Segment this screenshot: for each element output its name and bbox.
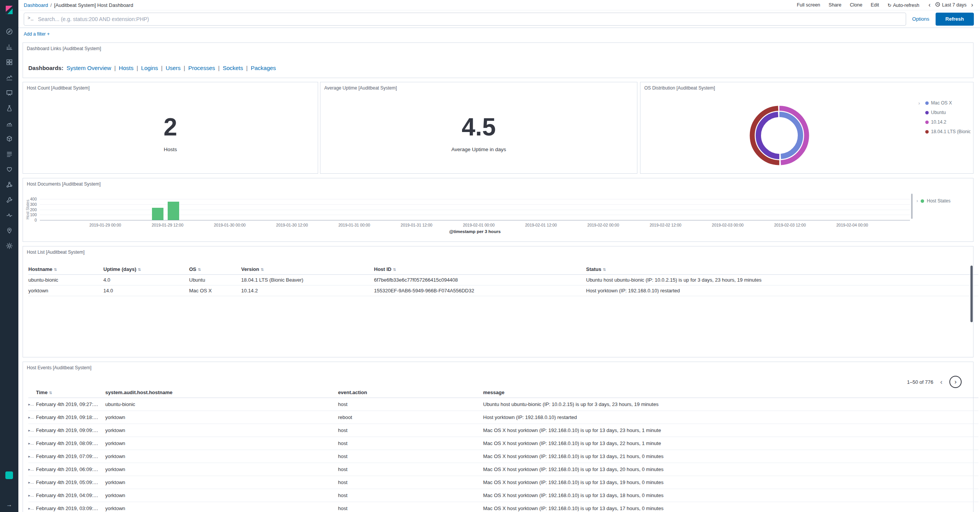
- discover-icon[interactable]: [5, 27, 14, 36]
- share-button[interactable]: Share: [829, 2, 841, 8]
- query-options-link[interactable]: Options: [912, 16, 929, 22]
- link-system-overview[interactable]: System Overview: [67, 65, 111, 71]
- header-hostname[interactable]: Hostname⇅: [28, 264, 103, 275]
- search-input[interactable]: [24, 13, 906, 26]
- machine-learning-icon[interactable]: [5, 103, 14, 113]
- expand-caret-icon[interactable]: ▸: [28, 437, 36, 450]
- x-tick-label: 2019-01-30 00:00: [214, 223, 246, 227]
- link-sockets[interactable]: Sockets: [223, 65, 243, 71]
- legend-swatch: [925, 101, 929, 105]
- host-list-scrollbar[interactable]: [970, 266, 973, 322]
- header-time[interactable]: Time⇅: [36, 387, 105, 398]
- link-packages[interactable]: Packages: [251, 65, 276, 71]
- legend-item-18-04-1[interactable]: 18.04.1 LTS (Bionic B...: [925, 129, 970, 134]
- expand-caret-icon[interactable]: ▸: [28, 424, 36, 437]
- legend-toggle-icon[interactable]: ›: [916, 198, 918, 204]
- x-tick-label: 2019-01-31 00:00: [338, 223, 370, 227]
- table-row: yorktown 14.0 Mac OS X 10.14.2 155320EF-…: [28, 285, 978, 296]
- host-count-label: Hosts: [23, 147, 318, 152]
- legend-swatch: [925, 130, 929, 134]
- monitoring-icon[interactable]: [5, 210, 14, 220]
- canvas-icon[interactable]: [5, 88, 14, 97]
- kibana-logo[interactable]: [4, 5, 15, 15]
- expand-caret-icon[interactable]: ▸: [28, 450, 36, 463]
- header-hostname[interactable]: system.audit.host.hostname: [105, 387, 338, 398]
- avg-uptime-value: 4.5: [320, 113, 637, 141]
- sort-icon: ⇅: [393, 267, 396, 272]
- bar[interactable]: [152, 208, 163, 220]
- legend-item-10-14-2[interactable]: 10.14.2: [925, 119, 970, 125]
- time-prev-icon[interactable]: ‹: [928, 2, 931, 8]
- legend-swatch: [925, 121, 929, 124]
- edit-button[interactable]: Edit: [871, 2, 879, 8]
- management-gear-icon[interactable]: [5, 241, 14, 250]
- link-processes[interactable]: Processes: [188, 65, 215, 71]
- header-os[interactable]: OS⇅: [189, 264, 241, 275]
- infrastructure-icon[interactable]: [5, 134, 14, 143]
- graph-icon[interactable]: [5, 180, 14, 189]
- add-filter-link[interactable]: Add a filter +: [24, 31, 50, 37]
- host-list-table: Hostname⇅ Uptime (days)⇅ OS⇅ Version⇅ Ho…: [28, 264, 978, 296]
- header-version[interactable]: Version⇅: [241, 264, 374, 275]
- dev-tools-icon[interactable]: [5, 195, 14, 204]
- x-tick-label: 2019-02-01 00:00: [463, 223, 495, 227]
- global-nav-sidebar: →: [0, 0, 18, 512]
- panel-host-count: Host Count [Auditbeat System] 2 Hosts: [23, 82, 318, 174]
- expand-caret-icon[interactable]: ▸: [28, 502, 36, 512]
- dashboard-icon[interactable]: [5, 57, 14, 67]
- pagination-next-icon[interactable]: ›: [949, 376, 962, 388]
- expand-caret-icon[interactable]: ▸: [28, 411, 36, 424]
- expand-caret-icon[interactable]: ▸: [28, 489, 36, 502]
- pagination-prev-icon[interactable]: ‹: [940, 378, 942, 386]
- expand-caret-icon[interactable]: ▸: [28, 463, 36, 476]
- legend-item-ubuntu[interactable]: Ubuntu: [925, 110, 970, 115]
- uptime-icon[interactable]: [5, 165, 14, 174]
- legend-item-host-states[interactable]: Host States: [927, 198, 951, 204]
- chart-scrollbar[interactable]: [911, 194, 913, 219]
- expand-caret-icon[interactable]: ▸: [28, 476, 36, 489]
- legend-toggle-icon[interactable]: ›: [918, 101, 920, 106]
- visualize-icon[interactable]: [5, 42, 14, 51]
- time-next-icon[interactable]: ›: [970, 2, 974, 8]
- apm-icon[interactable]: [5, 119, 14, 128]
- auto-refresh-button[interactable]: ↻Auto-refresh: [887, 2, 919, 8]
- breadcrumb-dashboard-link[interactable]: Dashboard: [24, 2, 48, 8]
- header-host-id[interactable]: Host ID⇅: [374, 264, 586, 275]
- expand-caret-icon[interactable]: ▸: [28, 398, 36, 411]
- gridline: [40, 199, 910, 199]
- x-tick-label: 2019-01-29 12:00: [152, 223, 183, 227]
- x-tick-label: 2019-01-31 12:00: [401, 223, 433, 227]
- full-screen-button[interactable]: Full screen: [797, 2, 820, 8]
- sort-icon: ⇅: [198, 267, 201, 272]
- bar[interactable]: [168, 202, 179, 220]
- clone-button[interactable]: Clone: [850, 2, 862, 8]
- x-tick-label: 2019-01-30 12:00: [276, 223, 308, 227]
- header-event-action[interactable]: event.action: [338, 387, 483, 398]
- header-message[interactable]: message: [483, 387, 978, 398]
- link-users[interactable]: Users: [166, 65, 181, 71]
- timelion-icon[interactable]: [5, 73, 14, 82]
- os-distribution-donut[interactable]: [741, 97, 818, 174]
- header-uptime[interactable]: Uptime (days)⇅: [103, 264, 189, 275]
- logs-icon[interactable]: [5, 149, 14, 158]
- table-row: ubuntu-bionic 4.0 Ubuntu 18.04.1 LTS (Bi…: [28, 275, 978, 285]
- panel-title: OS Distribution [Auditbeat System]: [644, 85, 715, 91]
- filter-bar: Add a filter +: [18, 28, 980, 40]
- space-avatar[interactable]: [5, 471, 13, 479]
- sort-icon: ⇅: [261, 267, 264, 272]
- host-list-header-row: Hostname⇅ Uptime (days)⇅ OS⇅ Version⇅ Ho…: [28, 264, 978, 275]
- time-picker-button[interactable]: Last 7 days: [935, 2, 967, 8]
- legend-item-mac-os-x[interactable]: Mac OS X: [925, 100, 970, 106]
- table-row: ▸ February 4th 2019, 09:09:51.049 yorkto…: [28, 424, 978, 437]
- collapse-nav-icon[interactable]: →: [0, 501, 18, 508]
- panel-average-uptime: Average Uptime [Auditbeat System] 4.5 Av…: [320, 82, 637, 174]
- link-logins[interactable]: Logins: [141, 65, 158, 71]
- breadcrumb-current: [Auditbeat System] Host Dashboard: [54, 2, 133, 8]
- host-documents-plot-area: 2019-01-29 00:002019-01-29 12:002019-01-…: [40, 199, 910, 220]
- maps-icon[interactable]: [5, 226, 14, 235]
- refresh-button[interactable]: Refresh: [936, 13, 974, 26]
- table-row: ▸ February 4th 2019, 04:09:20.814 yorkto…: [28, 489, 978, 502]
- header-status[interactable]: Status⇅: [586, 264, 978, 275]
- link-hosts[interactable]: Hosts: [119, 65, 133, 71]
- y-tick-label: 300: [30, 202, 37, 207]
